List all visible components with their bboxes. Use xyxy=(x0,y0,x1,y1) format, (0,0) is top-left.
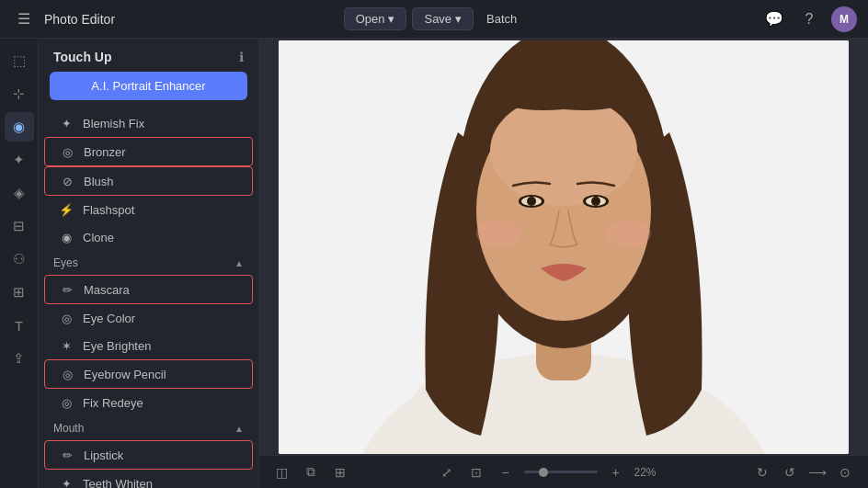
menu-item-lipstick[interactable]: ✏ Lipstick xyxy=(44,440,253,470)
menu-item-flashspot[interactable]: ⚡ Flashspot xyxy=(44,196,253,223)
zoom-slider[interactable] xyxy=(524,471,598,473)
portrait-image xyxy=(279,40,849,454)
flashspot-icon: ⚡ xyxy=(59,202,74,217)
fit-icon[interactable]: ⤢ xyxy=(436,461,458,483)
blemish-fix-icon: ✦ xyxy=(59,116,74,131)
bottom-right-tools: ↻ ↺ ⟶ ⊙ xyxy=(750,460,857,484)
svg-point-11 xyxy=(591,197,600,206)
eye-color-icon: ◎ xyxy=(59,311,74,325)
layers-icon[interactable]: ◫ xyxy=(270,461,292,483)
menu-item-label: Blemish Fix xyxy=(83,117,144,131)
history-icon[interactable]: ⊙ xyxy=(833,460,857,484)
nav-text[interactable]: T xyxy=(5,311,34,340)
topbar-left: ☰ Photo Editor xyxy=(11,6,293,32)
nav-export[interactable]: ⇪ xyxy=(5,344,34,373)
nav-layers[interactable]: ⊟ xyxy=(5,211,34,241)
undo-icon[interactable]: ↺ xyxy=(778,460,802,484)
canvas-container xyxy=(259,39,868,455)
side-panel: Touch Up ℹ A.I. Portrait Enhancer ✦ Blem… xyxy=(39,39,259,488)
eye-brighten-icon: ✶ xyxy=(59,338,74,353)
menu-item-label: Teeth Whiten xyxy=(83,477,153,489)
grid-icon[interactable]: ⊞ xyxy=(329,461,351,483)
icon-nav: ⬚ ⊹ ◉ ✦ ◈ ⊟ ⚇ ⊞ T ⇪ xyxy=(0,39,39,488)
nav-adjust[interactable]: ⊹ xyxy=(5,79,34,108)
eyebrow-pencil-icon: ◎ xyxy=(60,367,74,381)
menu-item-eyebrow-pencil[interactable]: ◎ Eyebrow Pencil xyxy=(44,359,253,389)
topbar-right: 💬 ? M xyxy=(575,6,857,32)
nav-people[interactable]: ⚇ xyxy=(5,244,34,274)
bottom-left-tools: ◫ ⧉ ⊞ xyxy=(270,461,351,483)
redo-icon[interactable]: ↻ xyxy=(750,460,774,484)
eyes-section-header[interactable]: Eyes ▲ xyxy=(39,251,258,275)
fix-redeye-icon: ◎ xyxy=(59,395,74,410)
bottom-center-tools: ⤢ ⊡ − + 22% xyxy=(436,461,667,483)
zoom-thumb xyxy=(539,468,548,477)
save-button[interactable]: Save ▾ xyxy=(412,7,474,30)
main-content: ⬚ ⊹ ◉ ✦ ◈ ⊟ ⚇ ⊞ T ⇪ Touch Up ℹ A.I. Port… xyxy=(0,39,868,488)
topbar-center: Open ▾ Save ▾ Batch xyxy=(293,7,576,30)
svg-point-10 xyxy=(527,197,536,206)
topbar: ☰ Photo Editor Open ▾ Save ▾ Batch 💬 ? M xyxy=(0,0,868,39)
mouth-section-title: Mouth xyxy=(53,422,84,435)
menu-item-label: Clone xyxy=(83,231,114,244)
zoom-percentage: 22% xyxy=(634,466,667,479)
zoom-out-btn[interactable]: − xyxy=(495,461,517,483)
canvas-area: ◫ ⧉ ⊞ ⤢ ⊡ − + 22% ↻ ↺ ⟶ ⊙ xyxy=(259,39,868,488)
menu-item-label: Mascara xyxy=(84,283,130,297)
panel-title: Touch Up xyxy=(53,50,112,64)
zoom-in-btn[interactable]: + xyxy=(605,461,627,483)
ai-portrait-btn[interactable]: A.I. Portrait Enhancer xyxy=(50,72,247,100)
menu-item-teeth-whiten[interactable]: ✦ Teeth Whiten xyxy=(44,470,253,488)
mouth-chevron-icon: ▲ xyxy=(234,424,244,434)
svg-point-5 xyxy=(490,96,637,206)
avatar[interactable]: M xyxy=(831,6,857,32)
app-title: Photo Editor xyxy=(44,12,115,27)
bottom-bar: ◫ ⧉ ⊞ ⤢ ⊡ − + 22% ↻ ↺ ⟶ ⊙ xyxy=(259,455,868,488)
nav-texture[interactable]: ⊞ xyxy=(5,278,34,307)
hamburger-menu[interactable]: ☰ xyxy=(11,6,37,32)
menu-item-clone[interactable]: ◉ Clone xyxy=(44,223,253,251)
chat-icon[interactable]: 💬 xyxy=(761,6,787,32)
forward-icon[interactable]: ⟶ xyxy=(805,460,829,484)
duplicate-icon[interactable]: ⧉ xyxy=(300,461,322,483)
menu-item-label: Lipstick xyxy=(84,448,123,462)
clone-icon: ◉ xyxy=(59,230,74,244)
svg-point-12 xyxy=(476,220,522,247)
nav-crop[interactable]: ⬚ xyxy=(5,46,34,75)
mouth-section-header[interactable]: Mouth ▲ xyxy=(39,416,258,440)
svg-point-13 xyxy=(605,220,651,247)
menu-item-blemish-fix[interactable]: ✦ Blemish Fix xyxy=(44,109,253,137)
help-icon[interactable]: ? xyxy=(796,6,822,32)
menu-item-label: Eye Color xyxy=(83,312,135,325)
menu-item-eye-color[interactable]: ◎ Eye Color xyxy=(44,304,253,332)
menu-item-label: Flashspot xyxy=(83,203,134,217)
panel-header: Touch Up ℹ xyxy=(39,39,258,72)
zoom-fit-icon[interactable]: ⊡ xyxy=(465,461,487,483)
photo-frame xyxy=(279,40,849,454)
menu-item-blush[interactable]: ⊘ Blush xyxy=(44,166,253,196)
menu-item-label: Fix Redeye xyxy=(83,396,143,410)
eyes-section-title: Eyes xyxy=(53,256,78,269)
info-icon[interactable]: ℹ xyxy=(239,50,244,64)
nav-effects[interactable]: ◈ xyxy=(5,178,34,208)
mascara-icon: ✏ xyxy=(60,282,74,297)
menu-item-fix-redeye[interactable]: ◎ Fix Redeye xyxy=(44,389,253,416)
open-button[interactable]: Open ▾ xyxy=(344,7,407,30)
menu-item-label: Bronzer xyxy=(84,145,126,159)
bronzer-icon: ◎ xyxy=(60,144,74,159)
menu-item-label: Blush xyxy=(84,175,114,188)
panel-scroll: ✦ Blemish Fix ◎ Bronzer ⊘ Blush ⚡ Flashs… xyxy=(39,109,258,488)
batch-button[interactable]: Batch xyxy=(479,8,524,29)
lipstick-icon: ✏ xyxy=(60,448,74,462)
nav-eye[interactable]: ◉ xyxy=(5,112,34,142)
eyes-chevron-icon: ▲ xyxy=(234,258,244,268)
menu-item-bronzer[interactable]: ◎ Bronzer xyxy=(44,137,253,166)
menu-item-eye-brighten[interactable]: ✶ Eye Brighten xyxy=(44,332,253,359)
teeth-whiten-icon: ✦ xyxy=(59,476,74,488)
menu-item-mascara[interactable]: ✏ Mascara xyxy=(44,275,253,304)
menu-item-label: Eye Brighten xyxy=(83,339,151,353)
blush-icon: ⊘ xyxy=(60,174,74,188)
chevron-down-icon: ▾ xyxy=(455,12,462,26)
nav-brush[interactable]: ✦ xyxy=(5,145,34,175)
menu-item-label: Eyebrow Pencil xyxy=(84,368,166,381)
